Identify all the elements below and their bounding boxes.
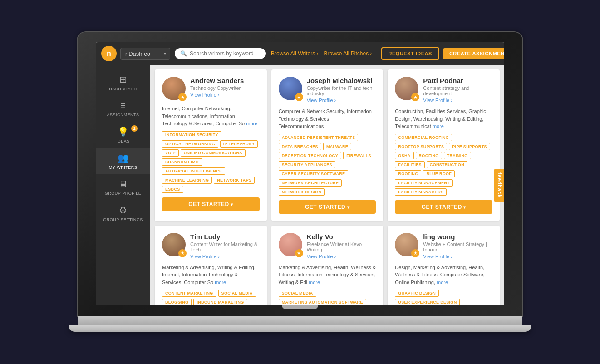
star-badge: ★ [411, 249, 419, 257]
sidebar-item-group-profile[interactable]: 🖥 GROUP PROFILE [96, 174, 150, 200]
tag[interactable]: NETWORK TAPS [214, 177, 255, 184]
search-icon: 🔍 [180, 50, 187, 57]
writer-card-andrew-sanders: ★ Andrew Sanders Technology Copywriter V… [155, 69, 267, 221]
sidebar-item-my-writers[interactable]: 👥 MY WRITERS [96, 148, 150, 174]
sidebar-item-assignments[interactable]: ≡ ASSIGNMENTS [96, 96, 150, 122]
more-link[interactable]: more [246, 121, 257, 126]
content-area: ★ Andrew Sanders Technology Copywriter V… [150, 65, 504, 305]
tag[interactable]: SOCIAL MEDIA [218, 290, 256, 297]
browse-writers-link[interactable]: Browse All Writers [271, 50, 318, 57]
tag[interactable]: DATA BREACHES [279, 143, 321, 150]
tag[interactable]: OSHA [395, 152, 413, 159]
assignments-icon: ≡ [120, 100, 126, 111]
tag[interactable]: CONTENT MARKETING [162, 290, 216, 297]
tags-container: SOCIAL MEDIA MARKETING AUTOMATION SOFTWA… [279, 290, 376, 305]
sidebar-item-dashboard[interactable]: ⊞ DASHBOARD [96, 69, 150, 96]
writer-info: Andrew Sanders Technology Copywriter Vie… [190, 77, 260, 98]
view-profile-link[interactable]: View Profile [307, 254, 376, 259]
tag[interactable]: UNIFIED COMMUNICATIONS [181, 149, 246, 157]
writers-grid: ★ Andrew Sanders Technology Copywriter V… [155, 69, 500, 305]
tag[interactable]: IP TELEPHONY [220, 140, 258, 148]
tag[interactable]: NETWORK DESIGN [279, 188, 325, 196]
tag[interactable]: ROOFING [416, 152, 442, 159]
tags-container: GRAPHIC DESIGN USER EXPERIENCE DESIGN AR… [395, 290, 492, 305]
tag[interactable]: BLOGGING [162, 299, 192, 305]
tag[interactable]: ESBCS [162, 186, 183, 193]
tag[interactable]: ADVANCED PERSISTENT THREATS [279, 134, 359, 141]
view-profile-link[interactable]: View Profile [423, 98, 492, 103]
view-profile-link[interactable]: View Profile [190, 254, 260, 259]
card-header: ★ Joseph Michalowski Copywriter for the … [279, 77, 376, 103]
tag[interactable]: SOCIAL MEDIA [279, 290, 316, 297]
star-badge: ★ [295, 93, 303, 101]
domain-selector[interactable]: nDash.co [120, 48, 170, 60]
tag[interactable]: CONSTRUCTION [427, 161, 467, 168]
laptop-base [69, 325, 531, 332]
tag[interactable]: SHANNON LIMIT [162, 158, 202, 166]
tag[interactable]: INBOUND MARKETING [193, 299, 247, 305]
tag[interactable]: ARTIFICIAL INTELLIGENCE [162, 167, 225, 175]
tag[interactable]: CYBER SECURITY SOFTWARE [279, 170, 349, 177]
tag[interactable]: ROOFING [395, 170, 421, 177]
tag[interactable]: FACILITY MANAGERS [395, 188, 447, 196]
writer-expertise: Internet, Computer Networking, Telecommu… [162, 105, 260, 128]
tag[interactable]: FACILITY MANAGEMENT [395, 179, 453, 187]
writer-card-tim-ludy: ★ Tim Ludy Content Writer for Marketing … [155, 226, 267, 306]
search-input[interactable] [190, 50, 258, 57]
more-link[interactable]: more [309, 280, 320, 285]
tag[interactable]: ROOFTOP SUPPORTS [395, 143, 447, 150]
sidebar-item-group-settings[interactable]: ⚙ GROUP SETTINGS [96, 200, 150, 226]
tag[interactable]: INFORMATION SECURITY [162, 131, 221, 138]
tag[interactable]: MARKETING AUTOMATION SOFTWARE [279, 299, 366, 305]
more-link[interactable]: more [433, 123, 444, 129]
view-profile-link[interactable]: View Profile [190, 92, 260, 98]
tags-container: CONTENT MARKETING SOCIAL MEDIA BLOGGING … [162, 290, 260, 305]
avatar-wrap: ★ [395, 233, 418, 256]
request-ideas-button[interactable]: REQUEST IDEAS [381, 47, 439, 60]
tag[interactable]: DECEPTION TECHNOLOGY [279, 152, 342, 159]
tag[interactable]: MALWARE [323, 143, 351, 150]
tag[interactable]: MACHINE LEARNING [162, 177, 212, 184]
tag[interactable]: TRAINING [444, 152, 471, 159]
writer-title: Technology Copywriter [190, 85, 260, 91]
tag[interactable]: PIPE SUPPORTS [449, 143, 490, 150]
sidebar-item-ideas[interactable]: 💡 1 IDEAS [96, 122, 150, 148]
tag[interactable]: NETWORK ARCHITECTURE [279, 179, 342, 187]
browse-pitches-link[interactable]: Browse All Pitches [324, 50, 372, 57]
more-link[interactable]: more [215, 280, 226, 285]
feedback-tab[interactable]: feedback [494, 169, 504, 202]
tag[interactable]: COMMERCIAL ROOFING [395, 134, 452, 141]
tag[interactable]: OPTICAL NETWORKING [162, 140, 218, 148]
star-badge: ★ [295, 249, 303, 257]
get-started-button[interactable]: GET STARTED [162, 197, 260, 211]
tag[interactable]: SECURITY APPLIANCES [279, 161, 335, 168]
tag[interactable]: FACILITIES [395, 161, 425, 168]
navbar: n nDash.co 🔍 Browse All Writers Browse A… [96, 42, 504, 65]
writer-name: Joseph Michalowski [307, 77, 376, 84]
tag[interactable]: USER EXPERIENCE DESIGN [395, 299, 460, 305]
sidebar-label-assignments: ASSIGNMENTS [107, 113, 139, 117]
tag[interactable]: BLUE ROOF [423, 170, 455, 177]
view-profile-link[interactable]: View Profile [423, 254, 492, 259]
my-writers-icon: 👥 [118, 152, 129, 163]
tag[interactable]: GRAPHIC DESIGN [395, 290, 439, 297]
view-profile-link[interactable]: View Profile [307, 98, 376, 103]
create-assignment-button[interactable]: CREATE ASSIGNMENT [443, 48, 504, 59]
tags-container: INFORMATION SECURITY OPTICAL NETWORKING … [162, 131, 260, 193]
writer-info: Tim Ludy Content Writer for Marketing & … [190, 233, 260, 259]
tag[interactable]: FIREWALLS [343, 152, 374, 159]
card-header: ★ Tim Ludy Content Writer for Marketing … [162, 233, 260, 259]
sidebar-label-dashboard: DASHBOARD [109, 87, 137, 91]
writer-title: Content Writer for Marketing & Tech... [190, 241, 260, 252]
writer-expertise: Construction, Facilities Services, Graph… [395, 108, 492, 130]
writer-title: Content strategy and development [423, 85, 492, 96]
tag[interactable]: VOIP [162, 149, 179, 157]
ideas-badge: 1 [131, 125, 138, 132]
writer-info: Joseph Michalowski Copywriter for the IT… [307, 77, 376, 103]
more-link[interactable]: more [437, 280, 448, 285]
writer-card-kelly-vo: ★ Kelly Vo Freelance Writer at Kevo Writ… [271, 226, 384, 306]
avatar-wrap: ★ [279, 233, 302, 256]
get-started-button[interactable]: GET STARTED [395, 200, 492, 214]
get-started-button[interactable]: GET STARTED [279, 200, 376, 214]
search-container: 🔍 [175, 48, 266, 59]
